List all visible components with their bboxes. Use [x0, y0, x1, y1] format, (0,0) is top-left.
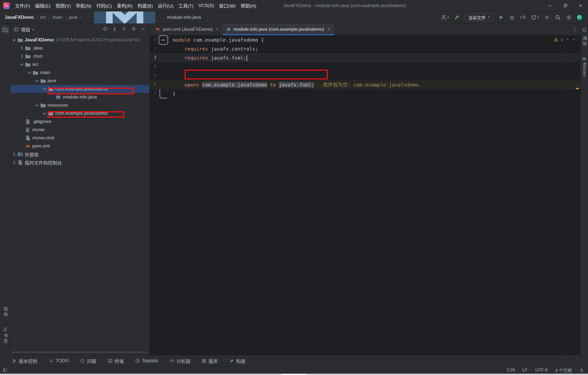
breadcrumb-project[interactable]: JavaFXDemo	[5, 15, 34, 20]
tree-item-mvn[interactable]: .mvn	[11, 52, 149, 60]
menu-tools[interactable]: 工具(T)	[176, 0, 196, 11]
inspections-widget[interactable]: 1	[554, 37, 576, 42]
fold-start-icon[interactable]	[156, 35, 173, 44]
project-panel-title[interactable]: 项目	[21, 26, 30, 33]
toolwindow-statistic-button[interactable]: Statistic	[135, 358, 158, 364]
next-problem-chevron-down-icon[interactable]	[572, 38, 576, 41]
toolwindow-services-button[interactable]: 服务	[202, 358, 218, 364]
ai-assistant-button[interactable]	[577, 14, 583, 20]
toolwindow-profiler-button[interactable]: 分析器	[170, 358, 190, 364]
editor[interactable]: 1module com.example.javafxdemo {2 requir…	[150, 35, 580, 355]
editor-line-6: 6 opens com.example.javafxdemo to javafx…	[150, 80, 580, 89]
run-config-select[interactable]: 当前文件▾	[465, 13, 494, 21]
status-indent[interactable]: 4 个空格	[555, 367, 572, 373]
chevron-right-icon[interactable]	[19, 45, 25, 51]
build-project-button[interactable]	[454, 14, 460, 20]
lock-icon	[580, 368, 584, 372]
menu-code[interactable]: 代码(C)	[94, 0, 115, 11]
tree-item-mvnw-cmd[interactable]: mvnw.cmd	[11, 134, 149, 142]
toolwindow-problems-button[interactable]: 问题	[80, 358, 96, 364]
toolwindow-version-control-button[interactable]: 版本控制	[12, 358, 37, 364]
tree-item-mvnw[interactable]: mvnw	[11, 126, 149, 134]
tree-item-label: module-info.java	[63, 94, 97, 100]
coverage-button[interactable]	[520, 14, 526, 20]
tree-item-resources[interactable]: resources	[11, 101, 149, 109]
tree-item-root[interactable]: JavaFXDemoD:\IDEAProjects\JCNCProjects\J…	[11, 36, 149, 44]
project-tool-button[interactable]	[1, 26, 9, 34]
bookmarks-tool-button[interactable]: 书签	[2, 327, 8, 344]
tree-item-gitignore[interactable]: .gitignore	[11, 118, 149, 126]
chevron-down-icon[interactable]	[42, 86, 48, 92]
folder-icon	[25, 45, 31, 51]
editor-content: 1module com.example.javafxdemo {2 requir…	[150, 35, 580, 98]
menu-edit[interactable]: 编辑(E)	[33, 0, 53, 11]
layout-icon[interactable]	[3, 368, 7, 372]
tree-item-package-resources[interactable]: com.example.javafxdemo	[11, 109, 149, 118]
chevron-right-icon[interactable]	[11, 151, 17, 157]
tree-item-module-info[interactable]: module-info.java	[11, 93, 149, 101]
close-button[interactable]	[573, 0, 588, 11]
breadcrumb-java[interactable]: java	[69, 15, 77, 20]
prev-problem-chevron-up-icon[interactable]	[566, 38, 569, 41]
status-encoding[interactable]: UTF-8	[535, 368, 547, 373]
tree-item-package-java[interactable]: com.example.javafxdemo	[11, 85, 149, 93]
chevron-down-icon[interactable]	[19, 62, 25, 67]
toolwindow-terminal-button[interactable]: 终端	[108, 358, 124, 364]
menu-build[interactable]: 构建(B)	[135, 0, 155, 11]
notifications-tool-button[interactable]	[581, 27, 588, 33]
project-hide-button[interactable]	[141, 26, 146, 33]
status-line-separator[interactable]: LF	[523, 368, 528, 373]
project-select-opened-file-button[interactable]	[112, 26, 117, 33]
menu-help[interactable]: 帮助(H)	[238, 0, 259, 11]
breadcrumb-src[interactable]: src	[40, 15, 46, 20]
tree-item-external-libraries[interactable]: 外部库	[11, 150, 149, 158]
tree-item-java[interactable]: java	[11, 77, 149, 85]
menu-refactor[interactable]: 重构(R)	[114, 0, 135, 11]
chevron-down-icon[interactable]	[11, 37, 17, 43]
menu-file[interactable]: 文件(F)	[13, 0, 33, 11]
warning-stripe-mark[interactable]	[576, 88, 579, 89]
rerun-button[interactable]: ▾	[531, 14, 539, 20]
menu-window[interactable]: 窗口(W)	[217, 0, 238, 11]
collapse-all-icon	[122, 26, 127, 31]
notifications-label[interactable]: 通知	[581, 36, 588, 47]
toolwindow-build-button[interactable]: 构建	[229, 358, 245, 364]
search-everywhere-button[interactable]	[555, 14, 561, 20]
restore-button[interactable]	[558, 0, 573, 11]
tree-item-idea[interactable]: .idea	[11, 44, 149, 52]
tab-module-info[interactable]: module-info.java (com.example.javafxdemo…	[222, 23, 334, 35]
close-icon[interactable]: ×	[216, 27, 219, 32]
stop-button[interactable]	[544, 14, 550, 20]
menu-run[interactable]: 运行(U)	[155, 0, 176, 11]
close-icon[interactable]: ×	[327, 27, 330, 32]
minimize-button[interactable]	[542, 0, 558, 11]
horizontal-scrollbar[interactable]	[11, 352, 148, 353]
chevron-down-icon[interactable]	[34, 102, 40, 108]
status-caret-position[interactable]: 3:26	[507, 368, 515, 373]
user-button[interactable]: ▾	[441, 14, 449, 20]
breadcrumb-main[interactable]: main	[53, 15, 63, 20]
chevron-right-icon[interactable]	[11, 159, 17, 165]
chevron-down-icon[interactable]	[34, 78, 40, 84]
chevron-right-icon[interactable]	[19, 53, 25, 59]
chevron-down-icon[interactable]	[42, 110, 48, 116]
tree-item-scratches[interactable]: 临时文件和控制台	[11, 158, 149, 167]
fold-end-icon[interactable]	[156, 89, 173, 98]
maven-tool-button[interactable]: m Maven	[582, 57, 587, 77]
project-options-button[interactable]	[131, 26, 136, 33]
run-button[interactable]	[498, 14, 504, 20]
project-collapse-all-button[interactable]	[122, 26, 127, 33]
tree-item-src[interactable]: src	[11, 60, 149, 69]
tab-options-kebab-icon[interactable]	[572, 27, 577, 32]
menu-vcs[interactable]: VCS(S)	[196, 0, 217, 11]
menu-navigate[interactable]: 导航(N)	[73, 0, 94, 11]
chevron-down-icon[interactable]	[26, 70, 32, 76]
structure-tool-button[interactable]: 结构	[2, 307, 8, 318]
tree-item-pom[interactable]: mpom.xml	[11, 142, 149, 150]
settings-button[interactable]	[566, 14, 572, 20]
debug-button[interactable]	[509, 14, 515, 20]
menu-view[interactable]: 视图(V)	[53, 0, 73, 11]
tree-item-main[interactable]: main	[11, 69, 149, 77]
toolwindow-todo-button[interactable]: TODO	[49, 358, 69, 364]
project-locate-file-button[interactable]	[103, 26, 108, 33]
